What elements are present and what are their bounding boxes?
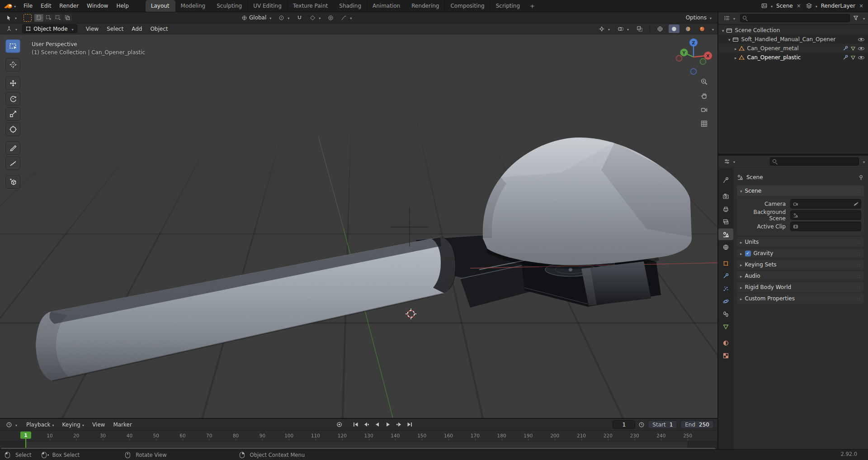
- shading-rendered-button[interactable]: [697, 24, 708, 33]
- timeline-editor-type-dropdown[interactable]: [4, 421, 19, 429]
- preview-range-icon[interactable]: [638, 422, 645, 428]
- next-keyframe-button[interactable]: [394, 421, 403, 429]
- properties-tab-tool[interactable]: [718, 174, 733, 186]
- snap-toggle[interactable]: [294, 14, 305, 22]
- panel-grip-dots[interactable]: ::: [857, 188, 861, 193]
- background-scene-field[interactable]: [790, 210, 861, 220]
- remove-view-layer-button[interactable]: ×: [859, 3, 863, 9]
- xray-toggle[interactable]: [634, 25, 645, 33]
- modifier-wrench-icon[interactable]: [843, 55, 848, 60]
- tool-rotate[interactable]: [5, 92, 20, 105]
- properties-tab-particles[interactable]: [718, 283, 733, 294]
- jump-to-start-button[interactable]: [351, 421, 360, 429]
- filter-options-icon[interactable]: [862, 158, 865, 165]
- mode-subtract-button[interactable]: [53, 14, 62, 22]
- menu-item[interactable]: File: [19, 0, 37, 12]
- end-frame-field[interactable]: End 250: [680, 420, 714, 429]
- toggle-ortho-icon[interactable]: [700, 120, 708, 128]
- properties-tab-render[interactable]: [718, 190, 733, 202]
- menu-item[interactable]: Render: [55, 0, 83, 12]
- gizmo-toggle-dropdown[interactable]: [596, 25, 612, 33]
- pin-icon[interactable]: [858, 175, 864, 180]
- play-reverse-button[interactable]: [373, 421, 382, 429]
- mode-set-button[interactable]: [34, 14, 43, 22]
- gizmo-minus-x-axis[interactable]: [676, 56, 682, 62]
- properties-tab-physics[interactable]: [718, 295, 733, 307]
- panel-grip-dots[interactable]: ::: [857, 240, 861, 245]
- panel-grip-dots[interactable]: ::: [857, 274, 861, 279]
- pan-hand-icon[interactable]: [700, 92, 708, 100]
- view-layer-selector[interactable]: RenderLayer ×: [806, 3, 863, 9]
- proportional-editing-toggle[interactable]: [326, 14, 336, 22]
- panel-grip-dots[interactable]: ::: [857, 251, 861, 256]
- disclosure-triangle-icon[interactable]: [722, 27, 724, 33]
- viewport-menu-item[interactable]: Object: [146, 26, 172, 32]
- current-frame-marker[interactable]: 1: [20, 432, 31, 439]
- outliner-editor-type-dropdown[interactable]: [722, 14, 737, 22]
- viewport-menu-item[interactable]: Add: [127, 26, 146, 32]
- properties-tab-modifiers[interactable]: [718, 270, 733, 282]
- timeline-menu-item[interactable]: View: [88, 422, 109, 428]
- mode-intersect-button[interactable]: [63, 14, 72, 22]
- timeline-menu-item[interactable]: Marker: [109, 422, 136, 428]
- scene-selector[interactable]: Scene ×: [761, 3, 801, 9]
- properties-panel-header[interactable]: ✓ Audio ::: [737, 271, 864, 281]
- timeline-menu-item[interactable]: Keying: [58, 422, 88, 428]
- properties-panel-header[interactable]: ✓ Custom Properties ::: [737, 294, 864, 304]
- properties-panel-header[interactable]: ✓ Gravity ::: [737, 248, 864, 258]
- viewport-menu-item[interactable]: View: [82, 26, 103, 32]
- menu-item[interactable]: Window: [83, 0, 112, 12]
- tool-cursor[interactable]: [5, 58, 20, 71]
- timeline-menu-item[interactable]: Playback: [22, 422, 58, 428]
- properties-search-input[interactable]: [770, 157, 859, 166]
- shading-solid-button[interactable]: [669, 24, 679, 33]
- proportional-falloff-dropdown[interactable]: [339, 14, 354, 22]
- viewport-menu-item[interactable]: Select: [103, 26, 127, 32]
- menu-item[interactable]: Edit: [37, 0, 55, 12]
- shading-material-button[interactable]: [683, 24, 693, 33]
- workspace-tab[interactable]: Compositing: [445, 0, 490, 12]
- navigation-gizmo[interactable]: Z Y X: [673, 36, 714, 78]
- current-frame-field[interactable]: 1: [613, 420, 635, 429]
- properties-tab-scene[interactable]: [718, 228, 733, 240]
- workspace-tab[interactable]: UV Editing: [248, 0, 288, 12]
- tool-measure[interactable]: [5, 156, 20, 170]
- gizmo-minus-y-axis[interactable]: [700, 59, 706, 65]
- timeline-ruler[interactable]: 1020304050607080901001101201301401501601…: [0, 431, 717, 441]
- properties-tab-world[interactable]: [718, 241, 733, 253]
- workspace-tab[interactable]: Scripting: [491, 0, 526, 12]
- auto-keying-toggle[interactable]: [335, 421, 344, 429]
- shading-dropdown-icon[interactable]: [711, 26, 714, 32]
- panel-grip-dots[interactable]: ::: [857, 296, 861, 301]
- properties-panel-header[interactable]: ✓ Rigid Body World ::: [737, 282, 864, 292]
- properties-tab-texture[interactable]: [718, 350, 733, 361]
- menu-item[interactable]: Help: [112, 0, 132, 12]
- workspace-tab[interactable]: Texture Paint: [288, 0, 334, 12]
- pivot-point-dropdown[interactable]: [276, 14, 292, 22]
- mesh-data-icon[interactable]: [850, 55, 856, 60]
- timeline-track-area[interactable]: 1020304050607080901001101201301401501601…: [0, 431, 717, 448]
- workspace-tab[interactable]: Rendering: [406, 0, 445, 12]
- play-button[interactable]: [383, 421, 392, 429]
- unlink-scene-button[interactable]: ×: [797, 3, 801, 9]
- tool-box-select[interactable]: [5, 39, 20, 53]
- active-tool-dropdown[interactable]: [4, 14, 19, 22]
- properties-panel-header[interactable]: ✓ Units ::: [737, 237, 864, 247]
- hide-in-viewport-toggle[interactable]: [858, 37, 864, 43]
- panel-grip-dots[interactable]: ::: [857, 285, 861, 290]
- panel-grip-dots[interactable]: ::: [857, 262, 861, 267]
- tool-transform[interactable]: [5, 123, 20, 136]
- transform-orientation-dropdown[interactable]: Global: [239, 14, 274, 22]
- workspace-tab[interactable]: Layout: [146, 0, 175, 12]
- camera-view-icon[interactable]: [700, 106, 708, 114]
- gizmo-minus-z-axis[interactable]: [691, 69, 697, 75]
- properties-tab-material[interactable]: [718, 337, 733, 349]
- properties-editor-type-dropdown[interactable]: [722, 157, 737, 166]
- active-clip-field[interactable]: [790, 222, 861, 231]
- mesh-data-icon[interactable]: [850, 46, 856, 51]
- mode-dropdown[interactable]: Object Mode: [22, 24, 77, 33]
- filter-icon[interactable]: [853, 15, 859, 21]
- add-workspace-button[interactable]: +: [526, 3, 539, 9]
- outliner-row-can-opener-collection[interactable]: Soft_Handled_Manual_Can_Opener: [718, 35, 868, 44]
- hide-in-viewport-toggle[interactable]: [858, 55, 864, 61]
